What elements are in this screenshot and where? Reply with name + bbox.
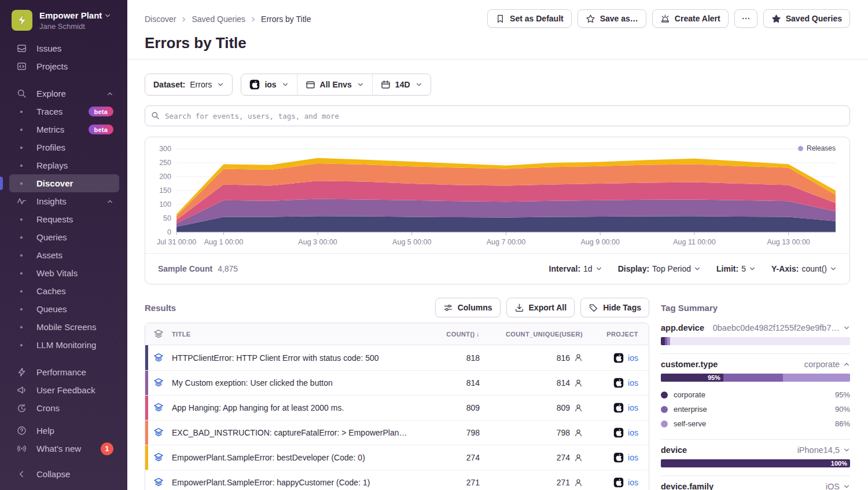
page-filters: ios All Envs 14D bbox=[241, 74, 431, 96]
bullet-icon: • bbox=[16, 107, 27, 116]
column-project[interactable]: PROJECT bbox=[583, 331, 638, 338]
column-title[interactable]: TITLE bbox=[172, 331, 416, 338]
export-all-button[interactable]: Export All bbox=[506, 298, 575, 317]
sidebar-item-what-s-new[interactable]: What's new1 bbox=[9, 440, 119, 458]
sidebar-item-help[interactable]: Help bbox=[9, 422, 119, 440]
table-row[interactable]: App Hanging: App hanging for at least 20… bbox=[145, 395, 649, 420]
sidebar-item-llm-monitoring[interactable]: •LLM Monitoring bbox=[9, 336, 119, 354]
sidebar-item-replays[interactable]: •Replays bbox=[9, 156, 119, 174]
row-title: My Custom exeption: User clicked the but… bbox=[172, 378, 416, 387]
chevron-down-icon bbox=[217, 81, 224, 88]
project-filter[interactable]: ios bbox=[241, 74, 296, 95]
breadcrumb-discover[interactable]: Discover bbox=[145, 14, 176, 24]
legend-label: corporate bbox=[674, 390, 705, 399]
sidebar-item-caches[interactable]: •Caches bbox=[9, 282, 119, 300]
environment-value: All Envs bbox=[320, 80, 352, 89]
tag-header-device-family[interactable]: device.familyiOS bbox=[661, 482, 850, 490]
limit-select[interactable]: Limit:5 bbox=[716, 264, 756, 273]
sidebar-item-discover[interactable]: •Discover bbox=[9, 174, 119, 192]
chevron-up-icon[interactable] bbox=[843, 361, 850, 368]
display-select[interactable]: Display:Top Period bbox=[618, 264, 701, 273]
org-switcher[interactable]: Empower Plant Jane Schmidt bbox=[0, 0, 127, 39]
row-count: 271 bbox=[416, 478, 480, 487]
breadcrumb-saved-queries[interactable]: Saved Queries bbox=[192, 14, 245, 24]
tag-header-app-device[interactable]: app.device0baebc0de4982f1255f2e9e9fb7… bbox=[661, 323, 850, 332]
column-count[interactable]: COUNT()↓ bbox=[416, 330, 480, 338]
sidebar-item-crons[interactable]: Crons bbox=[9, 399, 119, 417]
chevron-down-icon[interactable] bbox=[843, 447, 850, 454]
row-count-unique-value: 814 bbox=[557, 378, 570, 387]
project-link[interactable]: ios bbox=[628, 453, 638, 462]
chevron-down-icon bbox=[749, 265, 756, 272]
table-row[interactable]: EmpowerPlant.SampleError: bestDeveloper … bbox=[145, 445, 649, 470]
sidebar-item-collapse[interactable]: Collapse bbox=[9, 465, 119, 483]
chevron-down-icon[interactable] bbox=[843, 324, 850, 331]
project-link[interactable]: ios bbox=[628, 403, 638, 412]
tag-distribution-bar[interactable] bbox=[661, 337, 850, 345]
sidebar-item-label: Help bbox=[36, 426, 54, 436]
person-icon bbox=[574, 478, 583, 487]
page-title: Errors by Title bbox=[145, 34, 850, 52]
sidebar-item-assets[interactable]: •Assets bbox=[9, 246, 119, 264]
results-actions: Columns Export All Hide Tags bbox=[435, 298, 649, 317]
layers-icon[interactable] bbox=[145, 329, 172, 339]
table-row[interactable]: EmpowerPlant.SampleError: happyCustomer … bbox=[145, 470, 649, 490]
bullet-icon: • bbox=[16, 214, 27, 224]
table-row[interactable]: HTTPClientError: HTTP Client Error with … bbox=[145, 345, 649, 370]
sidebar-item-mobile-screens[interactable]: •Mobile Screens bbox=[9, 318, 119, 336]
tag-header-customer-type[interactable]: customer.typecorporate bbox=[661, 360, 850, 369]
columns-button[interactable]: Columns bbox=[435, 298, 501, 317]
table-row[interactable]: My Custom exeption: User clicked the but… bbox=[145, 370, 649, 395]
chevron-up-icon bbox=[106, 198, 113, 205]
legend-dot bbox=[661, 406, 668, 413]
sidebar-item-label: Discover bbox=[36, 178, 73, 188]
dataset-select[interactable]: Dataset: Errors bbox=[145, 74, 232, 95]
chevron-down-icon[interactable] bbox=[843, 483, 850, 490]
create-alert-button[interactable]: Create Alert bbox=[652, 9, 729, 28]
sidebar-item-queues[interactable]: •Queues bbox=[9, 300, 119, 318]
saved-queries-button[interactable]: Saved Queries bbox=[763, 9, 850, 28]
project-link[interactable]: ios bbox=[628, 478, 638, 487]
notification-badge: 1 bbox=[101, 443, 113, 455]
sidebar-item-traces[interactable]: •Tracesbeta bbox=[9, 103, 119, 120]
tag-distribution-bar[interactable]: 100% bbox=[661, 459, 850, 467]
project-link[interactable]: ios bbox=[628, 353, 638, 363]
sidebar-item-user-feedback[interactable]: User Feedback bbox=[9, 381, 119, 399]
sidebar-item-web-vitals[interactable]: •Web Vitals bbox=[9, 264, 119, 282]
project-link[interactable]: ios bbox=[628, 378, 638, 387]
sidebar-item-queries[interactable]: •Queries bbox=[9, 228, 119, 246]
sidebar-item-metrics[interactable]: •Metricsbeta bbox=[9, 120, 119, 138]
tag-value: iPhone14,5 bbox=[797, 445, 850, 455]
apple-icon bbox=[249, 79, 260, 90]
sidebar-item-profiles[interactable]: •Profiles bbox=[9, 138, 119, 156]
sidebar-item-performance[interactable]: Performance bbox=[9, 363, 119, 381]
row-count-unique: 814 bbox=[480, 378, 583, 387]
column-count-unique[interactable]: COUNT_UNIQUE(USER) bbox=[480, 331, 583, 338]
tag-header-device[interactable]: deviceiPhone14,5 bbox=[661, 445, 850, 455]
org-name[interactable]: Empower Plant bbox=[39, 10, 111, 21]
set-as-default-button[interactable]: Set as Default bbox=[487, 9, 572, 28]
yaxis-select[interactable]: Y-Axis:count() bbox=[771, 264, 837, 273]
more-options-button[interactable] bbox=[734, 9, 757, 28]
sidebar-item-requests[interactable]: •Requests bbox=[9, 210, 119, 228]
sidebar-item-label: Queries bbox=[36, 232, 67, 242]
legend-dot bbox=[661, 392, 668, 398]
table-row[interactable]: EXC_BAD_INSTRUCTION: captureFatalError: … bbox=[145, 420, 649, 445]
tag-value: 0baebc0de4982f1255f2e9e9fb7… bbox=[713, 323, 850, 332]
tag-distribution-bar[interactable]: 95% bbox=[661, 374, 850, 382]
environment-filter[interactable]: All Envs bbox=[297, 74, 372, 95]
chart-legend[interactable]: Releases bbox=[798, 144, 836, 152]
hide-tags-button[interactable]: Hide Tags bbox=[580, 298, 649, 317]
date-range-filter[interactable]: 14D bbox=[372, 74, 431, 95]
interval-select[interactable]: Interval:1d bbox=[549, 264, 602, 273]
sidebar-item-explore[interactable]: Explore bbox=[9, 85, 119, 103]
search-input[interactable] bbox=[145, 105, 850, 126]
sidebar-item-insights[interactable]: Insights bbox=[9, 192, 119, 210]
save-as-button[interactable]: Save as… bbox=[578, 9, 646, 28]
sample-count-value: 4,875 bbox=[218, 264, 238, 273]
tag-bar-segment: 95% bbox=[661, 374, 723, 382]
sidebar-item-issues[interactable]: Issues bbox=[9, 39, 119, 57]
header-actions: Set as Default Save as… Create Alert Sav… bbox=[487, 9, 850, 28]
sidebar-item-projects[interactable]: Projects bbox=[9, 57, 119, 75]
project-link[interactable]: ios bbox=[628, 428, 638, 437]
